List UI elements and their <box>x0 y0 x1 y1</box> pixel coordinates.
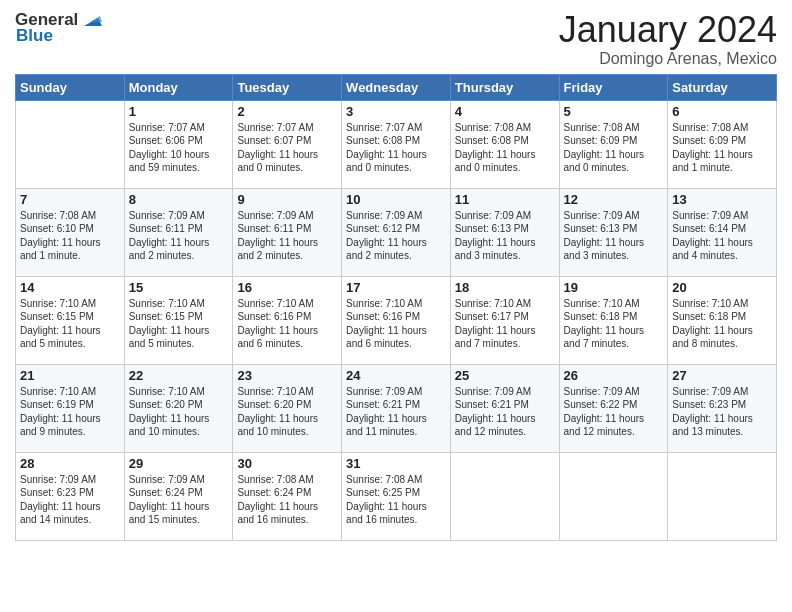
day-number: 20 <box>672 280 772 295</box>
header-thursday: Thursday <box>450 74 559 100</box>
day-cell: 10Sunrise: 7:09 AM Sunset: 6:12 PM Dayli… <box>342 188 451 276</box>
day-cell: 9Sunrise: 7:09 AM Sunset: 6:11 PM Daylig… <box>233 188 342 276</box>
day-info: Sunrise: 7:10 AM Sunset: 6:19 PM Dayligh… <box>20 385 120 439</box>
header-row: Sunday Monday Tuesday Wednesday Thursday… <box>16 74 777 100</box>
day-cell <box>668 452 777 540</box>
day-cell: 8Sunrise: 7:09 AM Sunset: 6:11 PM Daylig… <box>124 188 233 276</box>
day-info: Sunrise: 7:09 AM Sunset: 6:13 PM Dayligh… <box>564 209 664 263</box>
day-cell: 26Sunrise: 7:09 AM Sunset: 6:22 PM Dayli… <box>559 364 668 452</box>
day-number: 21 <box>20 368 120 383</box>
day-number: 7 <box>20 192 120 207</box>
day-cell: 17Sunrise: 7:10 AM Sunset: 6:16 PM Dayli… <box>342 276 451 364</box>
day-number: 2 <box>237 104 337 119</box>
day-info: Sunrise: 7:10 AM Sunset: 6:15 PM Dayligh… <box>20 297 120 351</box>
svg-marker-1 <box>90 16 102 22</box>
day-cell: 28Sunrise: 7:09 AM Sunset: 6:23 PM Dayli… <box>16 452 125 540</box>
day-cell: 29Sunrise: 7:09 AM Sunset: 6:24 PM Dayli… <box>124 452 233 540</box>
week-row-1: 7Sunrise: 7:08 AM Sunset: 6:10 PM Daylig… <box>16 188 777 276</box>
day-number: 16 <box>237 280 337 295</box>
day-info: Sunrise: 7:10 AM Sunset: 6:18 PM Dayligh… <box>564 297 664 351</box>
day-cell: 27Sunrise: 7:09 AM Sunset: 6:23 PM Dayli… <box>668 364 777 452</box>
day-number: 15 <box>129 280 229 295</box>
day-info: Sunrise: 7:10 AM Sunset: 6:16 PM Dayligh… <box>237 297 337 351</box>
day-number: 9 <box>237 192 337 207</box>
header-saturday: Saturday <box>668 74 777 100</box>
day-cell <box>559 452 668 540</box>
day-cell: 16Sunrise: 7:10 AM Sunset: 6:16 PM Dayli… <box>233 276 342 364</box>
week-row-2: 14Sunrise: 7:10 AM Sunset: 6:15 PM Dayli… <box>16 276 777 364</box>
day-number: 6 <box>672 104 772 119</box>
header-monday: Monday <box>124 74 233 100</box>
day-cell: 11Sunrise: 7:09 AM Sunset: 6:13 PM Dayli… <box>450 188 559 276</box>
header: General Blue January 2024 Domingo Arenas… <box>15 10 777 68</box>
month-title: January 2024 <box>559 10 777 50</box>
day-number: 17 <box>346 280 446 295</box>
day-cell: 4Sunrise: 7:08 AM Sunset: 6:08 PM Daylig… <box>450 100 559 188</box>
day-cell: 20Sunrise: 7:10 AM Sunset: 6:18 PM Dayli… <box>668 276 777 364</box>
day-info: Sunrise: 7:10 AM Sunset: 6:15 PM Dayligh… <box>129 297 229 351</box>
day-info: Sunrise: 7:08 AM Sunset: 6:09 PM Dayligh… <box>564 121 664 175</box>
day-cell: 19Sunrise: 7:10 AM Sunset: 6:18 PM Dayli… <box>559 276 668 364</box>
day-info: Sunrise: 7:10 AM Sunset: 6:16 PM Dayligh… <box>346 297 446 351</box>
header-friday: Friday <box>559 74 668 100</box>
day-info: Sunrise: 7:09 AM Sunset: 6:11 PM Dayligh… <box>129 209 229 263</box>
day-info: Sunrise: 7:09 AM Sunset: 6:12 PM Dayligh… <box>346 209 446 263</box>
day-number: 26 <box>564 368 664 383</box>
day-info: Sunrise: 7:08 AM Sunset: 6:24 PM Dayligh… <box>237 473 337 527</box>
day-info: Sunrise: 7:08 AM Sunset: 6:25 PM Dayligh… <box>346 473 446 527</box>
day-number: 3 <box>346 104 446 119</box>
day-cell <box>16 100 125 188</box>
day-cell: 2Sunrise: 7:07 AM Sunset: 6:07 PM Daylig… <box>233 100 342 188</box>
day-info: Sunrise: 7:09 AM Sunset: 6:13 PM Dayligh… <box>455 209 555 263</box>
day-info: Sunrise: 7:09 AM Sunset: 6:21 PM Dayligh… <box>346 385 446 439</box>
day-cell: 5Sunrise: 7:08 AM Sunset: 6:09 PM Daylig… <box>559 100 668 188</box>
day-info: Sunrise: 7:09 AM Sunset: 6:23 PM Dayligh… <box>20 473 120 527</box>
day-number: 1 <box>129 104 229 119</box>
day-number: 30 <box>237 456 337 471</box>
page: General Blue January 2024 Domingo Arenas… <box>0 0 792 612</box>
day-info: Sunrise: 7:09 AM Sunset: 6:22 PM Dayligh… <box>564 385 664 439</box>
day-cell: 6Sunrise: 7:08 AM Sunset: 6:09 PM Daylig… <box>668 100 777 188</box>
day-number: 24 <box>346 368 446 383</box>
day-cell: 22Sunrise: 7:10 AM Sunset: 6:20 PM Dayli… <box>124 364 233 452</box>
day-info: Sunrise: 7:10 AM Sunset: 6:20 PM Dayligh… <box>237 385 337 439</box>
header-wednesday: Wednesday <box>342 74 451 100</box>
day-number: 28 <box>20 456 120 471</box>
day-number: 4 <box>455 104 555 119</box>
location: Domingo Arenas, Mexico <box>559 50 777 68</box>
day-number: 18 <box>455 280 555 295</box>
day-cell: 14Sunrise: 7:10 AM Sunset: 6:15 PM Dayli… <box>16 276 125 364</box>
day-number: 23 <box>237 368 337 383</box>
day-info: Sunrise: 7:07 AM Sunset: 6:07 PM Dayligh… <box>237 121 337 175</box>
day-info: Sunrise: 7:10 AM Sunset: 6:17 PM Dayligh… <box>455 297 555 351</box>
day-info: Sunrise: 7:08 AM Sunset: 6:09 PM Dayligh… <box>672 121 772 175</box>
day-info: Sunrise: 7:08 AM Sunset: 6:10 PM Dayligh… <box>20 209 120 263</box>
day-cell: 13Sunrise: 7:09 AM Sunset: 6:14 PM Dayli… <box>668 188 777 276</box>
week-row-0: 1Sunrise: 7:07 AM Sunset: 6:06 PM Daylig… <box>16 100 777 188</box>
day-info: Sunrise: 7:10 AM Sunset: 6:18 PM Dayligh… <box>672 297 772 351</box>
day-number: 10 <box>346 192 446 207</box>
day-cell: 18Sunrise: 7:10 AM Sunset: 6:17 PM Dayli… <box>450 276 559 364</box>
day-number: 25 <box>455 368 555 383</box>
day-info: Sunrise: 7:07 AM Sunset: 6:08 PM Dayligh… <box>346 121 446 175</box>
day-number: 5 <box>564 104 664 119</box>
logo-icon <box>80 8 102 30</box>
day-number: 22 <box>129 368 229 383</box>
calendar-table: Sunday Monday Tuesday Wednesday Thursday… <box>15 74 777 541</box>
logo-blue-text: Blue <box>16 26 53 46</box>
day-cell: 15Sunrise: 7:10 AM Sunset: 6:15 PM Dayli… <box>124 276 233 364</box>
day-cell: 1Sunrise: 7:07 AM Sunset: 6:06 PM Daylig… <box>124 100 233 188</box>
day-cell: 7Sunrise: 7:08 AM Sunset: 6:10 PM Daylig… <box>16 188 125 276</box>
day-number: 31 <box>346 456 446 471</box>
day-info: Sunrise: 7:09 AM Sunset: 6:23 PM Dayligh… <box>672 385 772 439</box>
day-info: Sunrise: 7:07 AM Sunset: 6:06 PM Dayligh… <box>129 121 229 175</box>
week-row-4: 28Sunrise: 7:09 AM Sunset: 6:23 PM Dayli… <box>16 452 777 540</box>
day-cell: 25Sunrise: 7:09 AM Sunset: 6:21 PM Dayli… <box>450 364 559 452</box>
day-number: 27 <box>672 368 772 383</box>
day-cell: 12Sunrise: 7:09 AM Sunset: 6:13 PM Dayli… <box>559 188 668 276</box>
header-sunday: Sunday <box>16 74 125 100</box>
day-info: Sunrise: 7:08 AM Sunset: 6:08 PM Dayligh… <box>455 121 555 175</box>
day-info: Sunrise: 7:10 AM Sunset: 6:20 PM Dayligh… <box>129 385 229 439</box>
day-info: Sunrise: 7:09 AM Sunset: 6:14 PM Dayligh… <box>672 209 772 263</box>
week-row-3: 21Sunrise: 7:10 AM Sunset: 6:19 PM Dayli… <box>16 364 777 452</box>
